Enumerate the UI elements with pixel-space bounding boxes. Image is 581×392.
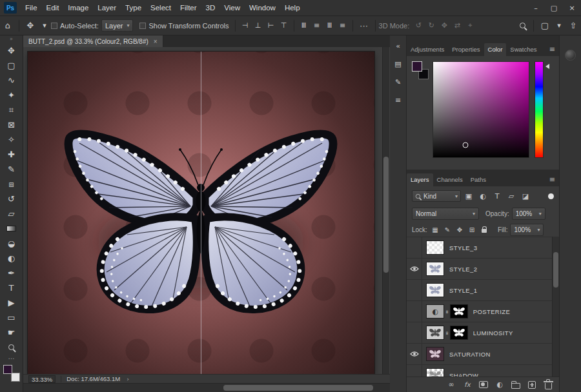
layers-scroll-thumb[interactable] xyxy=(553,252,558,288)
menu-file[interactable]: File xyxy=(21,0,42,16)
move-tool[interactable]: ✥ xyxy=(2,43,21,58)
panel-menu-icon[interactable]: ≡ xyxy=(545,43,559,56)
3d-camera-icon[interactable]: ⌖ xyxy=(464,19,476,33)
current-tool-icon[interactable]: ✥ xyxy=(23,19,38,33)
history-brush-tool[interactable]: ↺ xyxy=(2,191,21,206)
lasso-tool[interactable]: ∿ xyxy=(2,73,21,88)
layers-scrollbar[interactable] xyxy=(552,237,559,377)
visibility-toggle[interactable] xyxy=(407,301,422,322)
blend-mode-dropdown[interactable]: Normal ▾ xyxy=(412,208,479,220)
background-color-swatch[interactable] xyxy=(11,373,20,382)
lock-all-icon[interactable] xyxy=(479,224,489,235)
checker-light-thumbnail[interactable] xyxy=(426,240,444,255)
workspace-icon[interactable]: ▢ xyxy=(537,19,553,33)
tab-properties[interactable]: Properties xyxy=(448,43,484,56)
eyedropper-tool[interactable]: ✧ xyxy=(2,132,21,147)
adjustment-thumbnail[interactable]: ◐ xyxy=(426,304,444,318)
eraser-tool[interactable]: ▱ xyxy=(2,206,21,221)
blur-tool[interactable]: ◒ xyxy=(2,236,21,251)
bfly-outline-thumbnail[interactable] xyxy=(426,262,444,276)
path-selection-tool[interactable]: ▶ xyxy=(2,295,21,310)
marquee-tool[interactable]: ▢ xyxy=(2,58,21,73)
visibility-toggle[interactable] xyxy=(407,322,422,344)
minimize-button[interactable]: – xyxy=(527,0,545,15)
more-options-icon[interactable]: ··· xyxy=(356,19,372,33)
frame-tool[interactable]: ⊠ xyxy=(2,117,21,132)
document-tab[interactable]: BUTT_2.psd @ 33.3% (Colour2, RGB/8#) × xyxy=(23,35,163,47)
canvas-horizontal-scrollbar[interactable] xyxy=(23,383,390,392)
workspace-chevron-icon[interactable]: ▾ xyxy=(553,19,566,33)
dodge-tool[interactable]: ◐ xyxy=(2,251,21,266)
delete-layer-icon[interactable] xyxy=(544,379,553,391)
clone-stamp-tool[interactable]: ⧈ xyxy=(2,177,21,191)
layer-row-style_2[interactable]: STYLE_2 xyxy=(407,259,559,280)
align-center-h-icon[interactable]: ⊥ xyxy=(252,19,265,33)
lock-artboard-icon[interactable]: ⊞ xyxy=(467,224,477,235)
panel-menu-icon[interactable]: ≡ xyxy=(545,173,559,186)
distribute-spacing-v-icon[interactable]: Ⅲ xyxy=(323,19,336,33)
gradient-tool[interactable] xyxy=(2,221,21,236)
layer-mask-icon[interactable] xyxy=(479,379,488,391)
foreground-color-swatch[interactable] xyxy=(3,365,12,374)
canvas[interactable] xyxy=(28,52,374,374)
3d-roll-icon[interactable]: ↻ xyxy=(425,19,438,33)
bfly-dark-thumbnail[interactable] xyxy=(426,347,444,361)
tab-swatches[interactable]: Swatches xyxy=(506,43,540,56)
home-icon[interactable]: ⌂ xyxy=(0,19,15,33)
filter-type-layers-icon[interactable]: T xyxy=(491,190,504,202)
character-panel-icon[interactable]: ≡ xyxy=(392,93,405,106)
menu-filter[interactable]: Filter xyxy=(176,0,201,16)
new-group-icon[interactable] xyxy=(511,379,520,391)
menu-layer[interactable]: Layer xyxy=(93,0,121,16)
tab-adjustments[interactable]: Adjustments xyxy=(407,43,448,56)
collapsed-panel-sphere-icon[interactable] xyxy=(565,50,576,61)
color-picker-cursor[interactable] xyxy=(463,142,469,148)
tab-color[interactable]: Color xyxy=(484,43,507,56)
history-panel-icon[interactable]: ▤ xyxy=(392,57,405,70)
show-transform-checkbox[interactable] xyxy=(139,23,146,29)
lock-position-icon[interactable]: ✥ xyxy=(454,224,465,235)
lock-transparency-icon[interactable]: ▦ xyxy=(430,224,440,235)
new-layer-icon[interactable] xyxy=(527,379,536,391)
type-tool[interactable]: T xyxy=(2,280,21,295)
filter-pixel-layers-icon[interactable]: ▣ xyxy=(462,190,475,202)
zoom-tool[interactable] xyxy=(2,340,21,355)
restore-button[interactable]: ▢ xyxy=(545,0,563,15)
brush-tool[interactable]: ✎ xyxy=(2,162,21,177)
layer-row-style_1[interactable]: STYLE_1 xyxy=(407,280,559,301)
link-layers-icon[interactable]: ∞ xyxy=(447,379,456,391)
toolbar-collapse-icon[interactable]: » xyxy=(0,35,23,43)
menu-edit[interactable]: Edit xyxy=(42,0,64,16)
align-left-icon[interactable]: ⊣ xyxy=(239,19,252,33)
auto-select-dropdown[interactable]: Layer ▾ xyxy=(101,19,134,32)
horizontal-scroll-thumb[interactable] xyxy=(223,385,373,391)
hue-slider[interactable] xyxy=(535,61,544,158)
menu-view[interactable]: View xyxy=(219,0,245,16)
lock-pixels-icon[interactable]: ✎ xyxy=(442,224,453,235)
filter-toggle-switch[interactable] xyxy=(548,193,554,199)
expand-panels-icon[interactable]: « xyxy=(392,39,405,52)
quick-selection-tool[interactable]: ✦ xyxy=(2,88,21,103)
filter-kind-dropdown[interactable]: Kind ▾ xyxy=(412,190,461,202)
checker-bfly-thumbnail[interactable] xyxy=(426,368,444,377)
bfly-gray-thumbnail[interactable] xyxy=(426,326,444,340)
visibility-toggle[interactable] xyxy=(407,344,422,365)
layer-row-style_3[interactable]: STYLE_3 xyxy=(407,237,559,259)
shape-tool[interactable]: ▭ xyxy=(2,310,21,325)
close-button[interactable]: × xyxy=(563,0,581,15)
new-adjustment-layer-icon[interactable]: ◐ xyxy=(495,379,504,391)
hand-tool[interactable]: ☛ xyxy=(2,325,21,340)
filter-adjustment-layers-icon[interactable]: ◐ xyxy=(476,190,489,202)
hue-slider-marker[interactable] xyxy=(545,64,549,69)
layer-effects-icon[interactable]: fx xyxy=(463,379,472,391)
layer-row-saturation[interactable]: SATURATION xyxy=(407,344,559,365)
filter-smart-objects-icon[interactable]: ◪ xyxy=(519,190,532,202)
bfly-outline-thumbnail[interactable] xyxy=(426,283,444,297)
layer-row-shadow[interactable]: SHADOW xyxy=(407,365,559,377)
menu-window[interactable]: Window xyxy=(245,0,280,16)
tab-layers[interactable]: Layers xyxy=(407,173,433,186)
foreground-background-swatches[interactable] xyxy=(3,365,20,382)
distribute-spacing-h-icon[interactable]: ≡ xyxy=(336,19,349,33)
canvas-vertical-scrollbar[interactable] xyxy=(382,47,389,374)
visibility-toggle[interactable] xyxy=(407,365,422,377)
